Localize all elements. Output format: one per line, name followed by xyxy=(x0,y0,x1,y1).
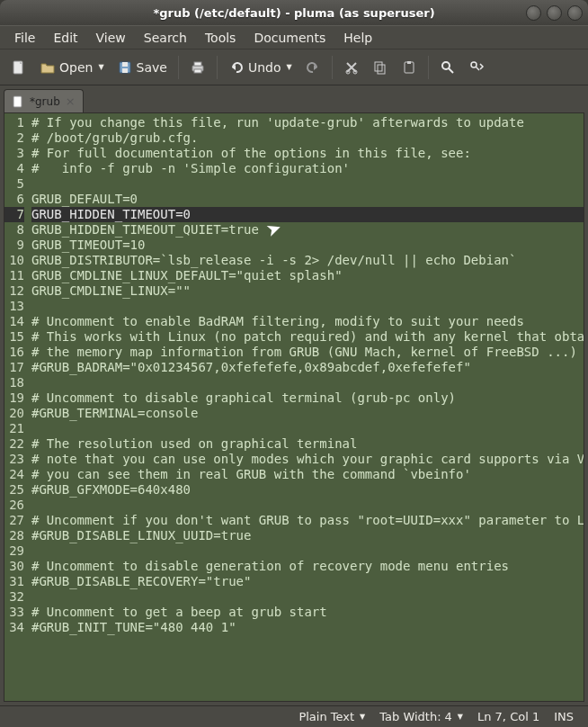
open-label: Open xyxy=(59,60,93,75)
line-number: 26 xyxy=(4,498,24,513)
chevron-down-icon: ▼ xyxy=(98,63,103,71)
copy-button[interactable] xyxy=(367,54,394,81)
open-folder-icon xyxy=(40,59,56,76)
line-number: 20 xyxy=(4,406,24,421)
code-line[interactable]: #GRUB_DISABLE_LINUX_UUID=true xyxy=(31,528,584,543)
svg-rect-12 xyxy=(407,61,411,64)
line-number: 23 xyxy=(4,452,24,467)
code-line[interactable] xyxy=(31,543,584,559)
menu-edit[interactable]: Edit xyxy=(44,27,86,49)
svg-rect-5 xyxy=(194,62,201,66)
paste-icon xyxy=(401,59,417,76)
menu-search[interactable]: Search xyxy=(135,27,196,49)
line-number-gutter: 1234567891011121314151617181920212223242… xyxy=(4,113,28,701)
redo-icon xyxy=(305,59,321,76)
new-document-button[interactable] xyxy=(5,54,32,81)
close-icon[interactable]: × xyxy=(66,94,76,108)
line-number: 18 xyxy=(4,375,24,390)
code-line[interactable]: # The resolution used on graphical termi… xyxy=(31,436,584,452)
menu-file[interactable]: File xyxy=(5,27,44,49)
language-label: Plain Text xyxy=(298,710,354,723)
code-line[interactable]: GRUB_TIMEOUT=10 xyxy=(31,238,584,253)
undo-label: Undo xyxy=(248,60,281,75)
close-button[interactable] xyxy=(567,5,583,21)
chevron-down-icon: ▼ xyxy=(458,713,463,721)
open-button[interactable]: Open ▼ xyxy=(34,54,110,81)
code-line[interactable]: # For full documentation of the options … xyxy=(31,146,584,161)
code-line[interactable]: # Uncomment to enable BadRAM filtering, … xyxy=(31,314,584,329)
code-line[interactable]: #GRUB_GFXMODE=640x480 xyxy=(31,482,584,498)
code-line[interactable] xyxy=(31,299,584,314)
code-area[interactable]: # If you change this file, run 'update-g… xyxy=(28,113,584,701)
code-line[interactable]: #GRUB_TERMINAL=console xyxy=(31,406,584,421)
code-line[interactable]: GRUB_HIDDEN_TIMEOUT=0 xyxy=(31,207,584,222)
code-line[interactable] xyxy=(31,421,584,436)
code-line[interactable]: # Uncomment to get a beep at grub start xyxy=(31,605,584,620)
paste-button[interactable] xyxy=(396,54,423,81)
line-number: 4 xyxy=(4,161,24,176)
menu-tools[interactable]: Tools xyxy=(196,27,245,49)
code-line[interactable]: # Uncomment to disable graphical termina… xyxy=(31,390,584,406)
code-line[interactable]: # This works with Linux (no patch requir… xyxy=(31,329,584,345)
save-button[interactable]: Save xyxy=(111,54,173,81)
print-icon xyxy=(190,59,206,76)
code-line[interactable]: # you can see them in real GRUB with the… xyxy=(31,467,584,482)
code-line[interactable]: # Uncomment to disable generation of rec… xyxy=(31,559,584,574)
svg-rect-15 xyxy=(13,96,22,107)
find-replace-button[interactable] xyxy=(463,54,490,81)
language-selector[interactable]: Plain Text ▼ xyxy=(291,710,372,723)
menu-view[interactable]: View xyxy=(87,27,135,49)
find-button[interactable] xyxy=(434,54,461,81)
chevron-down-icon: ▼ xyxy=(287,63,292,71)
line-number: 5 xyxy=(4,176,24,192)
undo-button[interactable]: Undo ▼ xyxy=(223,54,298,81)
code-line[interactable]: # info -f grub -n 'Simple configuration' xyxy=(31,161,584,176)
line-number: 8 xyxy=(4,222,24,238)
code-line[interactable] xyxy=(31,375,584,390)
code-line[interactable]: #GRUB_BADRAM="0x01234567,0xfefefefe,0x89… xyxy=(31,360,584,375)
line-number: 30 xyxy=(4,559,24,574)
titlebar: *grub (/etc/default) - pluma (as superus… xyxy=(0,0,588,25)
menu-documents[interactable]: Documents xyxy=(245,27,334,49)
toolbar: Open ▼ Save Undo ▼ xyxy=(0,49,588,85)
line-number: 16 xyxy=(4,345,24,360)
insert-mode[interactable]: INS xyxy=(547,710,581,723)
code-line[interactable]: GRUB_DISTRIBUTOR=`lsb_release -i -s 2> /… xyxy=(31,253,584,268)
code-line[interactable] xyxy=(31,589,584,605)
copy-icon xyxy=(372,59,388,76)
undo-icon xyxy=(228,59,245,76)
code-line[interactable]: # /boot/grub/grub.cfg. xyxy=(31,130,584,146)
tab-grub[interactable]: *grub × xyxy=(4,89,84,112)
code-line[interactable]: GRUB_DEFAULT=0 xyxy=(31,192,584,207)
line-number: 13 xyxy=(4,299,24,314)
editor[interactable]: 1234567891011121314151617181920212223242… xyxy=(4,112,584,702)
redo-button[interactable] xyxy=(299,54,326,81)
minimize-button[interactable] xyxy=(526,5,541,21)
line-number: 31 xyxy=(4,574,24,589)
code-line[interactable]: GRUB_HIDDEN_TIMEOUT_QUIET=true xyxy=(31,222,584,238)
svg-rect-2 xyxy=(122,62,128,67)
code-line[interactable]: # Uncomment if you don't want GRUB to pa… xyxy=(31,513,584,528)
menu-help[interactable]: Help xyxy=(334,27,381,49)
line-number: 17 xyxy=(4,360,24,375)
svg-point-13 xyxy=(442,62,450,69)
code-line[interactable]: GRUB_CMDLINE_LINUX_DEFAULT="quiet splash… xyxy=(31,268,584,283)
svg-rect-9 xyxy=(375,62,382,71)
code-line[interactable] xyxy=(31,498,584,513)
maximize-button[interactable] xyxy=(547,5,562,21)
line-number: 29 xyxy=(4,543,24,559)
cut-button[interactable] xyxy=(338,54,365,81)
svg-rect-3 xyxy=(122,68,128,73)
line-number: 33 xyxy=(4,605,24,620)
code-line[interactable]: # If you change this file, run 'update-g… xyxy=(31,115,584,130)
code-line[interactable] xyxy=(31,176,584,192)
code-line[interactable]: # the memory map information from GRUB (… xyxy=(31,345,584,360)
line-number: 10 xyxy=(4,253,24,268)
print-button[interactable] xyxy=(184,54,211,81)
code-line[interactable]: # note that you can use only modes which… xyxy=(31,452,584,467)
line-number: 24 xyxy=(4,467,24,482)
code-line[interactable]: #GRUB_INIT_TUNE="480 440 1" xyxy=(31,620,584,635)
code-line[interactable]: #GRUB_DISABLE_RECOVERY="true" xyxy=(31,574,584,589)
code-line[interactable]: GRUB_CMDLINE_LINUX="" xyxy=(31,283,584,299)
tab-width-selector[interactable]: Tab Width: 4 ▼ xyxy=(372,710,470,723)
